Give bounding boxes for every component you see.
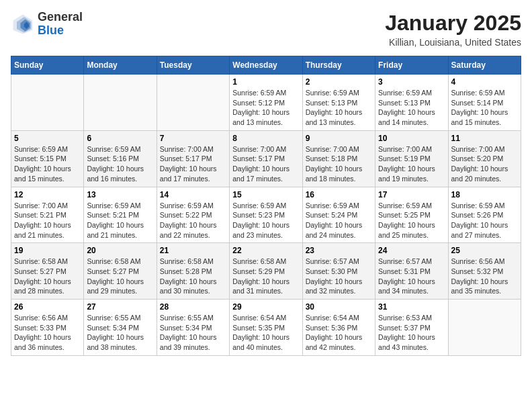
location-text: Killian, Louisiana, United States — [385, 37, 521, 48]
calendar-cell: 27Sunrise: 6:55 AM Sunset: 5:34 PM Dayli… — [84, 300, 157, 356]
calendar-cell: 26Sunrise: 6:56 AM Sunset: 5:33 PM Dayli… — [11, 300, 84, 356]
logo: General Blue — [11, 11, 83, 38]
calendar-cell: 20Sunrise: 6:58 AM Sunset: 5:27 PM Dayli… — [84, 243, 157, 300]
calendar-cell: 17Sunrise: 6:59 AM Sunset: 5:25 PM Dayli… — [375, 187, 448, 243]
day-info: Sunrise: 7:00 AM Sunset: 5:20 PM Dayligh… — [451, 144, 518, 184]
day-number: 16 — [306, 190, 372, 199]
calendar-cell: 1Sunrise: 6:59 AM Sunset: 5:12 PM Daylig… — [230, 75, 302, 131]
day-info: Sunrise: 6:59 AM Sunset: 5:25 PM Dayligh… — [378, 201, 445, 240]
day-number: 31 — [378, 302, 445, 312]
day-number: 18 — [451, 190, 518, 199]
day-info: Sunrise: 6:54 AM Sunset: 5:35 PM Dayligh… — [232, 313, 299, 353]
week-row-4: 19Sunrise: 6:58 AM Sunset: 5:27 PM Dayli… — [11, 243, 521, 300]
day-info: Sunrise: 6:59 AM Sunset: 5:23 PM Dayligh… — [232, 201, 299, 240]
day-info: Sunrise: 7:00 AM Sunset: 5:17 PM Dayligh… — [232, 144, 299, 184]
day-number: 23 — [306, 246, 372, 255]
col-header-thursday: Thursday — [302, 56, 375, 75]
calendar-cell — [11, 75, 84, 131]
day-info: Sunrise: 6:57 AM Sunset: 5:30 PM Dayligh… — [306, 257, 372, 296]
calendar-cell: 5Sunrise: 6:59 AM Sunset: 5:15 PM Daylig… — [11, 130, 84, 187]
day-number: 9 — [306, 134, 372, 143]
day-number: 26 — [14, 302, 81, 312]
calendar-cell: 23Sunrise: 6:57 AM Sunset: 5:30 PM Dayli… — [302, 243, 375, 300]
calendar-cell: 13Sunrise: 6:59 AM Sunset: 5:21 PM Dayli… — [84, 187, 157, 243]
week-row-3: 12Sunrise: 7:00 AM Sunset: 5:21 PM Dayli… — [11, 187, 521, 243]
day-number: 10 — [378, 134, 445, 143]
day-number: 22 — [232, 246, 299, 255]
col-header-monday: Monday — [84, 56, 157, 75]
day-info: Sunrise: 7:00 AM Sunset: 5:19 PM Dayligh… — [378, 144, 445, 184]
col-header-wednesday: Wednesday — [230, 56, 302, 75]
day-info: Sunrise: 7:00 AM Sunset: 5:17 PM Dayligh… — [160, 144, 226, 184]
day-number: 19 — [14, 246, 81, 255]
day-info: Sunrise: 6:59 AM Sunset: 5:24 PM Dayligh… — [306, 201, 372, 240]
calendar-cell: 14Sunrise: 6:59 AM Sunset: 5:22 PM Dayli… — [157, 187, 229, 243]
day-number: 1 — [232, 77, 299, 87]
calendar-cell: 15Sunrise: 6:59 AM Sunset: 5:23 PM Dayli… — [230, 187, 302, 243]
day-info: Sunrise: 6:59 AM Sunset: 5:16 PM Dayligh… — [87, 144, 153, 184]
day-number: 15 — [232, 190, 299, 199]
day-info: Sunrise: 6:54 AM Sunset: 5:36 PM Dayligh… — [306, 313, 372, 353]
day-number: 21 — [160, 246, 226, 255]
calendar-cell: 6Sunrise: 6:59 AM Sunset: 5:16 PM Daylig… — [84, 130, 157, 187]
day-number: 5 — [14, 134, 81, 143]
calendar-cell: 16Sunrise: 6:59 AM Sunset: 5:24 PM Dayli… — [302, 187, 375, 243]
calendar-cell: 12Sunrise: 7:00 AM Sunset: 5:21 PM Dayli… — [11, 187, 84, 243]
calendar-cell: 7Sunrise: 7:00 AM Sunset: 5:17 PM Daylig… — [157, 130, 229, 187]
day-info: Sunrise: 6:56 AM Sunset: 5:33 PM Dayligh… — [14, 313, 81, 353]
calendar-cell: 3Sunrise: 6:59 AM Sunset: 5:13 PM Daylig… — [375, 75, 448, 131]
logo-icon — [11, 12, 35, 36]
day-info: Sunrise: 6:59 AM Sunset: 5:21 PM Dayligh… — [87, 201, 153, 240]
calendar-cell: 4Sunrise: 6:59 AM Sunset: 5:14 PM Daylig… — [448, 75, 521, 131]
day-info: Sunrise: 6:59 AM Sunset: 5:12 PM Dayligh… — [232, 88, 299, 128]
col-header-tuesday: Tuesday — [157, 56, 229, 75]
day-number: 11 — [451, 134, 518, 143]
day-info: Sunrise: 6:55 AM Sunset: 5:34 PM Dayligh… — [160, 313, 226, 353]
calendar-cell: 28Sunrise: 6:55 AM Sunset: 5:34 PM Dayli… — [157, 300, 229, 356]
col-header-sunday: Sunday — [11, 56, 84, 75]
col-header-saturday: Saturday — [448, 56, 521, 75]
day-number: 13 — [87, 190, 153, 199]
day-number: 20 — [87, 246, 153, 255]
calendar-cell: 2Sunrise: 6:59 AM Sunset: 5:13 PM Daylig… — [302, 75, 375, 131]
day-number: 27 — [87, 302, 153, 312]
day-info: Sunrise: 7:00 AM Sunset: 5:18 PM Dayligh… — [306, 144, 372, 184]
calendar-cell: 22Sunrise: 6:58 AM Sunset: 5:29 PM Dayli… — [230, 243, 302, 300]
day-number: 6 — [87, 134, 153, 143]
day-info: Sunrise: 6:55 AM Sunset: 5:34 PM Dayligh… — [87, 313, 153, 353]
month-title: January 2025 — [385, 11, 521, 36]
day-info: Sunrise: 6:56 AM Sunset: 5:32 PM Dayligh… — [451, 257, 518, 296]
calendar-cell: 9Sunrise: 7:00 AM Sunset: 5:18 PM Daylig… — [302, 130, 375, 187]
calendar-cell: 10Sunrise: 7:00 AM Sunset: 5:19 PM Dayli… — [375, 130, 448, 187]
day-info: Sunrise: 6:59 AM Sunset: 5:15 PM Dayligh… — [14, 144, 81, 184]
calendar-table: SundayMondayTuesdayWednesdayThursdayFrid… — [11, 56, 521, 356]
page-header: General Blue January 2025 Killian, Louis… — [11, 11, 521, 48]
day-number: 29 — [232, 302, 299, 312]
calendar-cell: 11Sunrise: 7:00 AM Sunset: 5:20 PM Dayli… — [448, 130, 521, 187]
calendar-cell — [157, 75, 229, 131]
col-header-friday: Friday — [375, 56, 448, 75]
week-row-1: 1Sunrise: 6:59 AM Sunset: 5:12 PM Daylig… — [11, 75, 521, 131]
day-number: 8 — [232, 134, 299, 143]
logo-general-text: General — [38, 11, 83, 24]
day-info: Sunrise: 6:58 AM Sunset: 5:29 PM Dayligh… — [232, 257, 299, 296]
day-number: 2 — [306, 77, 372, 87]
day-number: 3 — [378, 77, 445, 87]
day-info: Sunrise: 7:00 AM Sunset: 5:21 PM Dayligh… — [14, 201, 81, 240]
day-number: 25 — [451, 246, 518, 255]
day-number: 24 — [378, 246, 445, 255]
day-info: Sunrise: 6:58 AM Sunset: 5:27 PM Dayligh… — [87, 257, 153, 296]
calendar-cell: 29Sunrise: 6:54 AM Sunset: 5:35 PM Dayli… — [230, 300, 302, 356]
day-info: Sunrise: 6:59 AM Sunset: 5:26 PM Dayligh… — [451, 201, 518, 240]
calendar-cell: 24Sunrise: 6:57 AM Sunset: 5:31 PM Dayli… — [375, 243, 448, 300]
week-row-2: 5Sunrise: 6:59 AM Sunset: 5:15 PM Daylig… — [11, 130, 521, 187]
day-info: Sunrise: 6:59 AM Sunset: 5:13 PM Dayligh… — [378, 88, 445, 128]
calendar-cell: 21Sunrise: 6:58 AM Sunset: 5:28 PM Dayli… — [157, 243, 229, 300]
calendar-cell: 18Sunrise: 6:59 AM Sunset: 5:26 PM Dayli… — [448, 187, 521, 243]
calendar-cell: 8Sunrise: 7:00 AM Sunset: 5:17 PM Daylig… — [230, 130, 302, 187]
header-row: SundayMondayTuesdayWednesdayThursdayFrid… — [11, 56, 521, 75]
day-number: 17 — [378, 190, 445, 199]
logo-blue-text: Blue — [38, 24, 83, 38]
title-block: January 2025 Killian, Louisiana, United … — [385, 11, 521, 48]
calendar-cell: 30Sunrise: 6:54 AM Sunset: 5:36 PM Dayli… — [302, 300, 375, 356]
